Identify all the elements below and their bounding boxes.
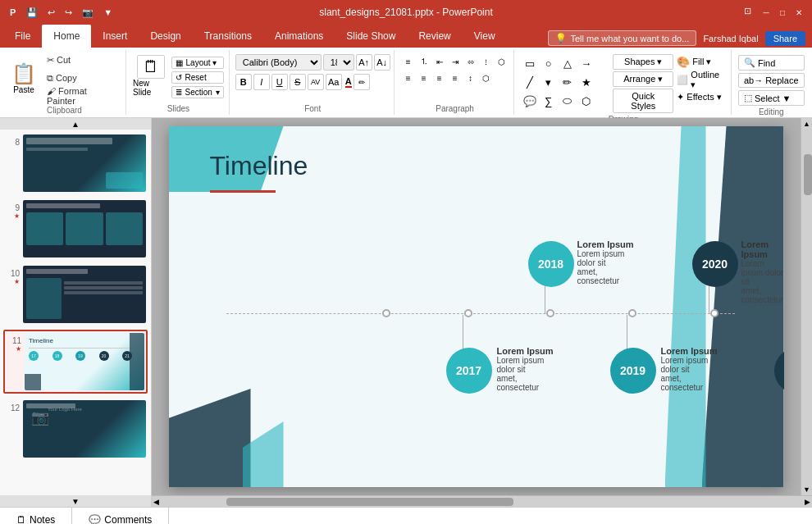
select-button[interactable]: ⬚ Select ▼ (738, 90, 805, 106)
text-direction-button[interactable]: ⬄ (463, 54, 478, 69)
tell-me-bar[interactable]: 💡Tell me what you want to do... (548, 30, 696, 46)
vscroll-thumb[interactable] (804, 154, 812, 195)
format-painter-button[interactable]: 🖌 Format Painter (43, 88, 121, 104)
copy-button[interactable]: ⧉ Copy (43, 70, 121, 86)
font-family-select[interactable]: Calibri (Body) (235, 54, 322, 71)
scroll-up-btn[interactable]: ▲ (0, 118, 151, 130)
scroll-left-arrow[interactable]: ◀ (152, 496, 161, 508)
canvas-viewport[interactable]: Timeline 2017 (152, 118, 801, 495)
smartart-button[interactable]: ⬡ (495, 54, 509, 69)
scroll-right-arrow[interactable]: ▶ (803, 496, 812, 508)
tl-dot-5 (710, 309, 718, 317)
ribbon-toggle-btn[interactable]: ⊡ (739, 6, 756, 19)
decrease-font-btn[interactable]: A↓ (374, 54, 390, 71)
text-highlight-button[interactable]: ✏ (354, 74, 370, 90)
align-center-button[interactable]: ≡ (417, 71, 431, 85)
horizontal-scrollbar[interactable]: ◀ ▶ (152, 495, 812, 507)
shapes-button[interactable]: Shapes ▾ (613, 54, 673, 70)
new-slide-button[interactable]: 🗒 New Slide (133, 55, 169, 97)
shape-circle[interactable]: ○ (540, 54, 558, 72)
shape-more[interactable]: ▾ (540, 73, 558, 91)
strikethrough-button[interactable]: S (290, 74, 306, 90)
font-group-label: Font (304, 103, 321, 113)
reset-button[interactable]: ↺ Reset (171, 71, 224, 84)
tab-file[interactable]: File (3, 25, 42, 48)
justify-button[interactable]: ≡ (448, 71, 463, 85)
slide-img-12: 📷 Your Logo Here (23, 400, 146, 458)
maximize-btn[interactable]: □ (776, 6, 789, 19)
tab-transitions[interactable]: Transitions (193, 25, 263, 48)
replace-button[interactable]: ab→ Replace (738, 73, 805, 88)
quick-redo[interactable]: ↪ (62, 6, 75, 20)
font-size-select[interactable]: 18 (323, 54, 354, 71)
shape-triangle[interactable]: △ (559, 54, 577, 72)
tab-animations[interactable]: Animations (263, 25, 335, 48)
shape-callout[interactable]: 💬 (521, 92, 539, 110)
line-spacing-button[interactable]: ↕ (463, 71, 478, 85)
comments-tab[interactable]: 💬 Comments (72, 508, 169, 524)
quick-more[interactable]: ▼ (101, 6, 115, 19)
align-right-button[interactable]: ≡ (432, 71, 447, 85)
shape-outline-button[interactable]: ⬜ Outline ▾ (677, 70, 726, 90)
indent-dec-button[interactable]: ⇤ (432, 54, 447, 69)
arrange-button[interactable]: Arrange ▾ (613, 71, 673, 87)
slides-group-label: Slides (167, 103, 189, 113)
italic-button[interactable]: I (253, 74, 270, 90)
tab-design[interactable]: Design (139, 25, 192, 48)
section-button[interactable]: ≣ Section ▾ (171, 86, 224, 98)
slide-thumbnail-8[interactable]: 8 (3, 133, 148, 194)
notes-tab[interactable]: 🗒 Notes (0, 508, 72, 524)
bold-button[interactable]: B (235, 74, 252, 90)
minimize-btn[interactable]: ─ (760, 6, 773, 19)
tab-insert[interactable]: Insert (91, 25, 139, 48)
shape-fill-button[interactable]: 🎨 Fill ▾ (677, 56, 726, 68)
slide-thumbnail-11[interactable]: 11 ★ Timeline 17 18 19 20 21 (3, 330, 148, 394)
shape-line[interactable]: ╱ (521, 73, 539, 91)
quick-screenshot[interactable]: 📷 (80, 6, 96, 20)
shape-arrow[interactable]: → (577, 54, 595, 72)
bullets-button[interactable]: ≡ (401, 54, 416, 69)
cut-button[interactable]: ✂ Cut (43, 52, 121, 68)
tab-view[interactable]: View (463, 25, 507, 48)
shape-effects-button[interactable]: ✦ Effects ▾ (677, 92, 726, 103)
shape-star[interactable]: ★ (577, 73, 595, 91)
quick-undo[interactable]: ↩ (45, 6, 57, 20)
indent-inc-button[interactable]: ⇥ (448, 54, 463, 69)
scroll-down-btn[interactable]: ▼ (0, 495, 151, 507)
layout-button[interactable]: ▦ Layout ▾ (171, 57, 224, 69)
year-circle-2017: 2017 (446, 348, 492, 394)
shape-extra2[interactable]: ⬡ (577, 92, 595, 110)
close-btn[interactable]: ✕ (792, 6, 805, 19)
scroll-down-arrow[interactable]: ▼ (801, 484, 812, 495)
hscroll-thumb[interactable] (226, 498, 513, 506)
font-color-button[interactable]: A (345, 76, 352, 88)
columns-button[interactable]: ⫶ (479, 54, 494, 69)
char-spacing-button[interactable]: AV (308, 74, 324, 90)
quick-save[interactable]: 💾 (24, 6, 40, 20)
quick-styles-button[interactable]: Quick Styles (613, 89, 673, 113)
change-case-button[interactable]: Aa (326, 74, 342, 90)
shape-extra1[interactable]: ⬭ (559, 92, 577, 110)
tab-home[interactable]: Home (42, 25, 91, 48)
slide-canvas[interactable]: Timeline 2017 (169, 126, 784, 487)
tab-slideshow[interactable]: Slide Show (335, 25, 407, 48)
slide-thumbnail-10[interactable]: 10 ★ (3, 264, 148, 325)
shape-equation[interactable]: ∑ (540, 92, 558, 110)
shape-rect[interactable]: ▭ (521, 54, 539, 72)
tab-review[interactable]: Review (407, 25, 462, 48)
slide-thumbnail-9[interactable]: 9 ★ (3, 198, 148, 259)
align-left-button[interactable]: ≡ (401, 71, 416, 85)
find-button[interactable]: 🔍 Find (738, 55, 805, 71)
share-button[interactable]: Share (765, 31, 805, 46)
underline-button[interactable]: U (271, 74, 288, 90)
vertical-scrollbar[interactable]: ▲ ▼ (801, 118, 812, 495)
scroll-up-arrow[interactable]: ▲ (801, 118, 812, 130)
outline-icon: ⬜ (677, 75, 688, 85)
slide-thumbnail-12[interactable]: 12 📷 Your Logo Here (3, 399, 148, 459)
shape-pen[interactable]: ✏ (559, 73, 577, 91)
tell-me-text: Tell me what you want to do... (570, 34, 689, 43)
paste-button[interactable]: 📋 Paste (8, 61, 39, 96)
increase-font-btn[interactable]: A↑ (356, 54, 372, 71)
numbering-button[interactable]: ⒈ (417, 54, 431, 69)
convert-smartart-button[interactable]: ⬡ (479, 71, 494, 85)
